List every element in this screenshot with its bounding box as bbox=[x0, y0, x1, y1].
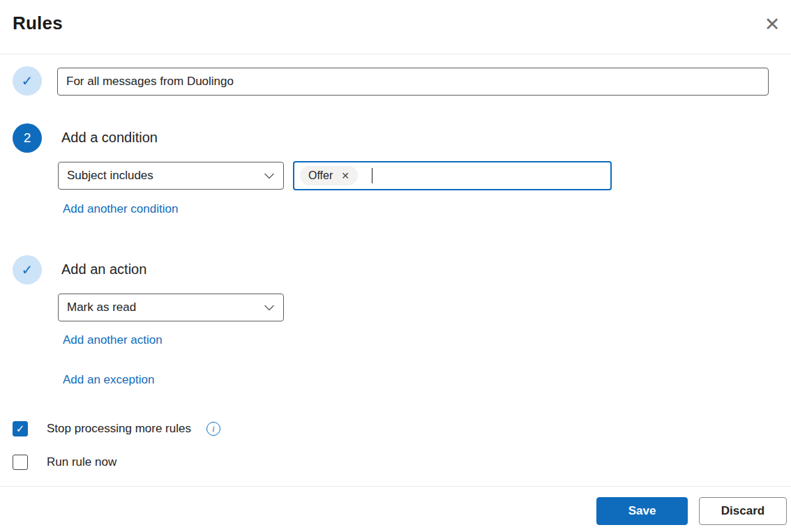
stop-processing-row: ✓ Stop processing more rules i bbox=[13, 421, 220, 436]
action-heading: Add an action bbox=[61, 261, 146, 278]
add-another-action-link[interactable]: Add another action bbox=[63, 333, 163, 347]
run-rule-now-label: Run rule now bbox=[47, 455, 116, 469]
rule-name-input[interactable] bbox=[57, 68, 769, 96]
checkmark-icon: ✓ bbox=[22, 73, 33, 89]
close-button[interactable]: ✕ bbox=[759, 11, 785, 38]
chevron-down-icon bbox=[264, 305, 275, 311]
close-icon: ✕ bbox=[764, 14, 781, 35]
condition-value-chip: Offer ✕ bbox=[300, 166, 358, 185]
condition-heading: Add a condition bbox=[61, 130, 158, 146]
info-icon[interactable]: i bbox=[206, 422, 220, 436]
condition-select-value: Subject includes bbox=[67, 169, 153, 183]
checkmark-icon: ✓ bbox=[22, 261, 33, 278]
chevron-down-icon bbox=[264, 173, 275, 179]
text-cursor bbox=[372, 168, 372, 183]
add-an-exception-link[interactable]: Add an exception bbox=[63, 373, 154, 387]
page-title: Rules bbox=[13, 13, 63, 34]
action-select[interactable]: Mark as read bbox=[58, 294, 284, 321]
stop-processing-checkbox[interactable]: ✓ bbox=[13, 421, 28, 436]
run-rule-now-checkbox[interactable] bbox=[13, 455, 28, 470]
checkmark-icon: ✓ bbox=[16, 423, 25, 435]
rules-dialog: Rules ✕ ✓ 2 Add a condition Subject incl… bbox=[0, 0, 791, 532]
footer-divider bbox=[0, 486, 791, 487]
run-rule-now-row: Run rule now bbox=[13, 455, 116, 470]
step1-complete-indicator: ✓ bbox=[13, 66, 42, 96]
step2-number: 2 bbox=[24, 130, 31, 146]
action-select-value: Mark as read bbox=[67, 301, 136, 314]
step2-number-indicator: 2 bbox=[13, 123, 42, 153]
condition-value-input[interactable]: Offer ✕ bbox=[293, 161, 612, 190]
add-another-condition-link[interactable]: Add another condition bbox=[63, 202, 178, 216]
step3-complete-indicator: ✓ bbox=[13, 255, 42, 284]
chip-label: Offer bbox=[308, 169, 333, 182]
discard-button[interactable]: Discard bbox=[699, 497, 787, 525]
condition-select[interactable]: Subject includes bbox=[58, 162, 284, 190]
chip-remove-icon[interactable]: ✕ bbox=[341, 171, 349, 181]
save-button[interactable]: Save bbox=[596, 497, 688, 525]
stop-processing-label: Stop processing more rules bbox=[47, 422, 191, 436]
header-divider bbox=[0, 54, 791, 54]
